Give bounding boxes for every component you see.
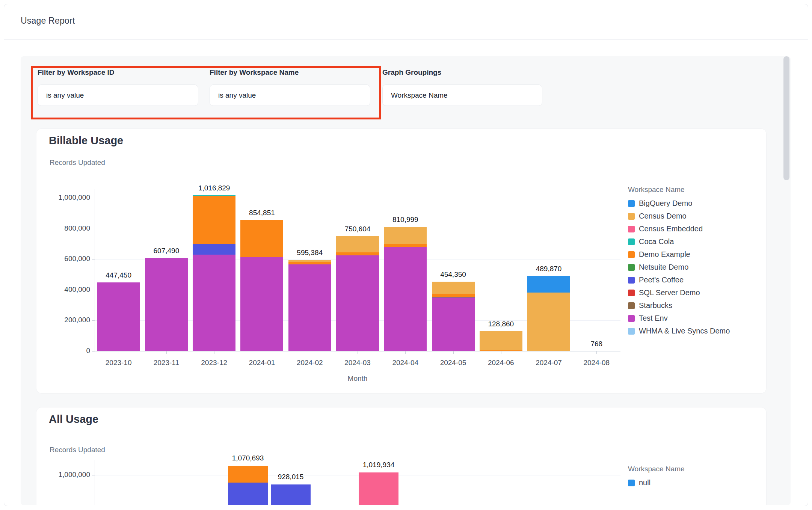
dashboard-scroll-area: Filter by Workspace ID is any value Filt… (21, 56, 791, 505)
bar-segment-2023-12-test-env[interactable] (193, 255, 235, 351)
legend-swatch-icon (628, 264, 635, 271)
legend-label: SQL Server Demo (639, 288, 700, 297)
bar-segment-2024-02-census-demo[interactable] (288, 260, 331, 262)
bar-segment-2024-04-test-env[interactable] (384, 247, 427, 351)
legend-item-census-embedded[interactable]: Census Embedded (628, 225, 703, 233)
legend-swatch-icon (628, 251, 635, 258)
bar-segment-2023-10-test-env[interactable] (97, 282, 140, 351)
bar-segment-2024-04-sql-server-demo[interactable] (384, 247, 427, 247)
all-usage-card (36, 407, 766, 505)
legend-item-coca-cola[interactable]: Coca Cola (628, 237, 674, 246)
legend-label: Census Demo (639, 212, 687, 220)
bar-segment-2024-03-test-env[interactable] (336, 255, 379, 351)
page-title: Usage Report (21, 16, 75, 26)
bar-segment-2024-06-demo-example[interactable] (480, 350, 522, 351)
billable-usage-metric: Records Updated (50, 158, 105, 167)
legend-item-starbucks[interactable]: Starbucks (628, 301, 672, 310)
legend-item-whma-live-syncs-demo[interactable]: WHMA & Live Syncs Demo (628, 327, 730, 335)
legend-label: WHMA & Live Syncs Demo (639, 327, 730, 335)
bar-segment-2024-04-census-demo[interactable] (384, 227, 427, 244)
bar-segment-allusage-peet-s-coffee[interactable] (228, 483, 268, 505)
filter-workspace-id-input[interactable]: is any value (38, 84, 198, 106)
bar-segment-2024-05-census-demo[interactable] (432, 282, 475, 294)
legend-label: Test Env (639, 314, 668, 323)
legend-swatch-icon (628, 480, 635, 486)
bar-segment-allusage-demo-example[interactable] (228, 466, 268, 483)
legend-swatch-icon (628, 302, 635, 309)
bar-segment-allusage-peet-s-coffee[interactable] (271, 484, 311, 505)
legend-item-census-demo[interactable]: Census Demo (628, 212, 687, 220)
billable-usage-title: Billable Usage (49, 134, 123, 147)
bar-segment-2024-05-demo-example[interactable] (432, 294, 475, 297)
usage-report-window: Usage Report Filter by Workspace ID is a… (0, 0, 812, 510)
header-divider (4, 39, 808, 40)
all-usage-title: All Usage (49, 413, 98, 426)
legend-label: Netsuite Demo (639, 263, 688, 272)
bar-segment-2023-12-peet-s-coffee[interactable] (193, 244, 235, 255)
filter-workspace-name-label: Filter by Workspace Name (210, 68, 299, 77)
bar-segment-2024-03-census-demo[interactable] (336, 236, 379, 252)
legend-swatch-icon (628, 328, 635, 335)
bar-segment-2024-01-demo-example[interactable] (240, 220, 283, 257)
bar-segment-2024-04-demo-example[interactable] (384, 244, 427, 247)
legend-label: BigQuery Demo (639, 199, 692, 208)
bar-segment-2024-03-demo-example[interactable] (336, 252, 379, 255)
legend-swatch-icon (628, 213, 635, 220)
bar-segment-2023-11-test-env[interactable] (145, 258, 188, 351)
legend-item-bigquery-demo[interactable]: BigQuery Demo (628, 199, 692, 208)
legend-label: Census Embedded (639, 225, 703, 233)
graph-groupings-label: Graph Groupings (382, 68, 441, 77)
filter-workspace-id-value: is any value (46, 91, 84, 100)
legend-swatch-icon (628, 290, 635, 296)
legend-item-netsuite-demo[interactable]: Netsuite Demo (628, 263, 688, 272)
legend-label: Starbucks (639, 301, 672, 310)
legend-item-peet-s-coffee[interactable]: Peet's Coffee (628, 276, 684, 284)
all-usage-metric: Records Updated (50, 446, 105, 454)
bar-segment-2024-08-census-demo[interactable] (575, 351, 618, 351)
legend-label: null (639, 478, 651, 487)
legend-swatch-icon (628, 226, 635, 232)
bar-segment-allusage-census-embedded[interactable] (359, 472, 398, 505)
legend-swatch-icon (628, 200, 635, 207)
legend-label: Peet's Coffee (639, 276, 684, 284)
legend-item-null[interactable]: null (628, 478, 651, 487)
filter-workspace-id-label: Filter by Workspace ID (38, 68, 115, 77)
graph-groupings-input[interactable]: Workspace Name (382, 84, 542, 106)
vertical-scrollbar-thumb[interactable] (783, 56, 789, 180)
bar-segment-2024-07-census-demo[interactable] (527, 293, 570, 351)
legend-item-demo-example[interactable]: Demo Example (628, 250, 690, 259)
legend-label: Demo Example (639, 250, 690, 259)
bar-segment-2023-12-coca-cola[interactable] (193, 195, 235, 196)
bar-segment-2024-02-test-env[interactable] (288, 264, 331, 351)
legend-swatch-icon (628, 238, 635, 245)
filter-workspace-name-input[interactable]: is any value (210, 84, 370, 106)
legend-item-test-env[interactable]: Test Env (628, 314, 668, 323)
bar-segment-2024-06-census-demo[interactable] (480, 331, 522, 350)
filter-workspace-name-value: is any value (218, 91, 256, 100)
bar-segment-2024-05-netsuite-demo[interactable] (432, 297, 475, 297)
graph-groupings-value: Workspace Name (391, 91, 448, 100)
bar-segment-2023-12-demo-example[interactable] (193, 196, 235, 243)
bar-segment-2024-05-test-env[interactable] (432, 297, 475, 351)
bar-segment-2024-02-demo-example[interactable] (288, 262, 331, 264)
legend-label: Coca Cola (639, 237, 674, 246)
bar-segment-2024-07-bigquery-demo[interactable] (527, 276, 570, 293)
legend-swatch-icon (628, 315, 635, 322)
legend-swatch-icon (628, 277, 635, 284)
legend-item-sql-server-demo[interactable]: SQL Server Demo (628, 288, 700, 297)
bar-segment-2024-01-test-env[interactable] (240, 257, 283, 351)
